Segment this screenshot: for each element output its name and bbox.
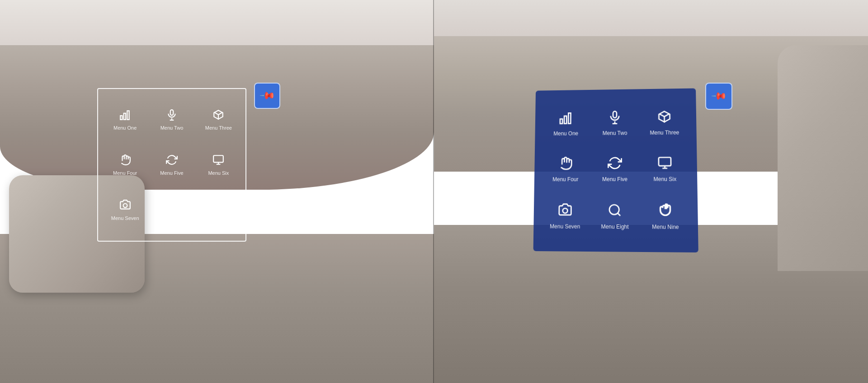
svg-rect-20: [659, 158, 671, 166]
menu-one-label-right: Menu One: [553, 131, 578, 137]
menu-outline-border: [97, 88, 246, 242]
pin-icon-right: 📌: [710, 88, 727, 104]
menu-seven-label-right: Menu Seven: [550, 223, 580, 229]
mic-icon-right: [608, 110, 622, 127]
pin-icon-left: 📌: [259, 87, 275, 104]
search-icon-right: [608, 203, 622, 220]
hand-icon-right: [558, 156, 573, 173]
menu-item-eight-right[interactable]: Menu Eight: [590, 193, 640, 240]
menu-item-three-right[interactable]: Menu Three: [639, 99, 689, 146]
pin-button-left[interactable]: 📌: [254, 83, 280, 109]
camera-icon-right: [558, 203, 572, 220]
menu-two-label-right: Menu Two: [603, 130, 627, 136]
menu-item-two-right[interactable]: Menu Two: [590, 100, 640, 146]
menu-item-seven-right[interactable]: Menu Seven: [540, 193, 590, 240]
menu-three-label-right: Menu Three: [650, 130, 679, 136]
menu-item-five-right[interactable]: Menu Five: [590, 146, 640, 192]
svg-rect-15: [568, 113, 571, 123]
svg-rect-13: [560, 119, 562, 124]
sofa-arm-right: [778, 45, 868, 271]
svg-rect-14: [564, 116, 566, 124]
pin-button-right[interactable]: 📌: [705, 83, 732, 110]
menu-item-six-right[interactable]: Menu Six: [640, 146, 690, 193]
right-panel: 📌 Menu One Menu Two: [434, 0, 868, 383]
svg-line-25: [618, 213, 620, 216]
right-menu-container: 📌 Menu One Menu Two: [533, 88, 696, 251]
menu-item-one-right[interactable]: Menu One: [542, 101, 590, 147]
bar-chart-icon-right: [559, 111, 573, 127]
left-panel: 📌 Menu One Menu Two: [0, 0, 434, 383]
left-menu-container: 📌 Menu One Menu Two: [97, 88, 246, 242]
svg-rect-16: [613, 112, 617, 118]
menu-grid-right: Menu One Menu Two Menu Three: [533, 88, 698, 252]
refresh-icon-right: [608, 156, 622, 173]
menu-four-label-right: Menu Four: [552, 177, 578, 183]
monitor-icon-right: [657, 156, 672, 173]
cube-icon-right: [657, 109, 671, 126]
menu-six-label-right: Menu Six: [653, 176, 676, 182]
menu-nine-label-right: Menu Nine: [652, 224, 679, 230]
panel-divider: [433, 0, 434, 383]
hand-alt-icon-right: [658, 203, 673, 220]
svg-point-23: [563, 208, 568, 213]
menu-five-label-right: Menu Five: [602, 176, 627, 182]
menu-item-four-right[interactable]: Menu Four: [541, 146, 590, 193]
menu-item-nine-right[interactable]: Menu Nine: [640, 193, 691, 241]
svg-point-24: [609, 205, 619, 215]
menu-eight-label-right: Menu Eight: [601, 224, 628, 230]
